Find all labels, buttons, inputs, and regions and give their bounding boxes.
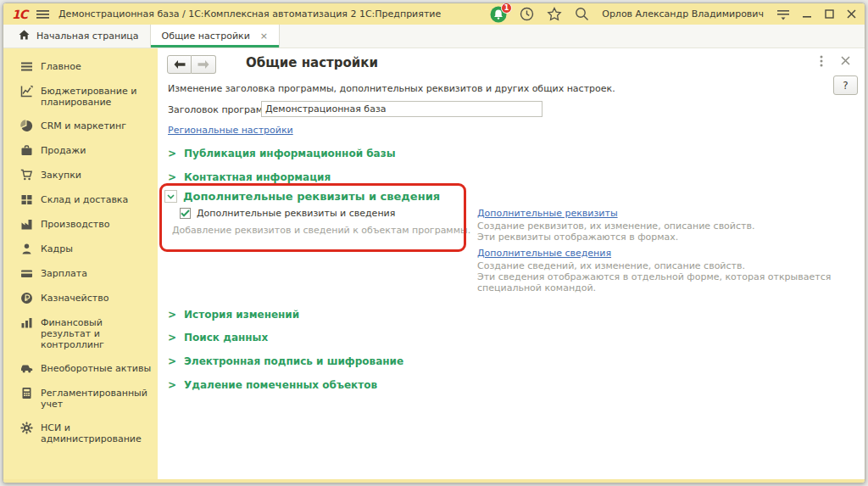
budget-chart-icon <box>20 85 33 98</box>
menu-icon <box>20 60 33 73</box>
user-name[interactable]: Орлов Александр Владимирович <box>602 8 764 20</box>
notifications-bell-icon[interactable]: 1 <box>490 6 507 23</box>
sidebar-item-label: Зарплата <box>41 267 87 279</box>
sidebar-item-nsi-admin[interactable]: НСИ и администрирование <box>3 416 158 450</box>
chevron-right-icon: > <box>168 148 176 159</box>
sidebar-item-label: Бюджетирование и планирование <box>41 85 153 108</box>
history-clock-icon[interactable] <box>520 7 534 21</box>
sidebar-item-warehouse[interactable]: Склад и доставка <box>3 187 158 212</box>
tab-general-settings[interactable]: Общие настройки × <box>151 25 280 47</box>
vehicle-icon <box>20 362 33 375</box>
additional-info-link[interactable]: Дополнительные сведения <box>477 248 611 259</box>
section-data-search[interactable]: > Поиск данных <box>168 332 268 344</box>
sidebar-item-label: Регламентированный учет <box>41 387 153 410</box>
factory-icon <box>20 218 33 231</box>
sidebar-item-label: Финансовый результат и контроллинг <box>41 316 153 350</box>
tab-bar: Начальная страница Общие настройки × <box>3 25 865 48</box>
sidebar-item-treasury[interactable]: Казначейство <box>3 286 158 310</box>
search-icon[interactable] <box>575 7 589 21</box>
sidebar-item-production[interactable]: Производство <box>3 212 158 237</box>
checkbox-checked-icon[interactable] <box>180 208 191 219</box>
sidebar-item-salary[interactable]: Зарплата <box>3 261 158 286</box>
service-menu-icon[interactable] <box>776 8 790 20</box>
form-description: Изменение заголовка программы, дополните… <box>168 83 615 94</box>
sidebar-item-main[interactable]: Главное <box>3 54 158 79</box>
app-window: 1С Демонстрационная база / 1С:Комплексна… <box>3 3 865 483</box>
chevron-right-icon: > <box>168 355 176 367</box>
sidebar-item-sales[interactable]: Продажи <box>3 138 158 163</box>
back-button[interactable] <box>167 55 192 74</box>
general-settings-form: Общие настройки ? Изменение заголовка пр… <box>158 48 865 479</box>
sidebar-item-assets[interactable]: Внеоборотные активы <box>3 356 158 381</box>
sidebar-item-label: Производство <box>41 218 109 230</box>
additional-attributes-desc: Создание реквизитов, их изменение, описа… <box>477 221 754 243</box>
sections-sidebar: Главное Бюджетирование и планирование CR… <box>3 48 158 479</box>
gear-icon <box>20 422 33 434</box>
1c-logo-icon: 1С <box>12 8 27 21</box>
sidebar-item-finance[interactable]: Финансовый результат и контроллинг <box>3 310 158 356</box>
notification-badge: 1 <box>501 3 513 14</box>
bar-chart-icon <box>20 316 33 329</box>
tab-label: Общие настройки <box>162 31 250 42</box>
window-bottom-frame <box>3 479 865 483</box>
chevron-down-icon[interactable] <box>164 190 177 203</box>
chevron-right-icon: > <box>168 379 176 391</box>
section-infobase-publication[interactable]: > Публикация информационной базы <box>168 148 396 159</box>
sidebar-item-purchases[interactable]: Закупки <box>3 163 158 187</box>
sidebar-item-label: CRM и маркетинг <box>41 120 126 131</box>
section-change-history[interactable]: > История изменений <box>168 309 299 321</box>
forward-button[interactable] <box>192 55 216 74</box>
additional-attributes-link[interactable]: Дополнительные реквизиты <box>477 208 618 219</box>
sidebar-item-label: Склад и доставка <box>41 193 128 205</box>
page-title: Общие настройки <box>246 55 378 70</box>
pie-chart-icon <box>20 120 33 132</box>
home-icon <box>19 30 30 42</box>
chevron-right-icon: > <box>168 171 176 183</box>
favorites-star-icon[interactable] <box>547 7 562 21</box>
section-additional-attributes[interactable]: Дополнительные реквизиты и сведения <box>164 190 440 203</box>
help-button[interactable]: ? <box>833 75 858 95</box>
section-marked-objects-deletion[interactable]: > Удаление помеченных объектов <box>168 379 377 391</box>
main-menu-icon[interactable] <box>36 9 49 20</box>
sidebar-item-label: Закупки <box>41 169 81 181</box>
window-title: Демонстрационная база / 1С:Комплексная а… <box>58 8 441 20</box>
additional-info-desc: Создание сведений, их изменение, описани… <box>477 260 831 293</box>
sidebar-item-hr[interactable]: Кадры <box>3 237 158 261</box>
section-contact-info[interactable]: > Контактная информация <box>168 171 331 183</box>
sidebar-item-label: Внеоборотные активы <box>41 362 151 374</box>
sidebar-item-label: НСИ и администрирование <box>41 422 153 444</box>
minimize-icon[interactable] <box>803 9 812 19</box>
tab-label: Начальная страница <box>36 31 139 42</box>
nav-history-buttons <box>167 55 216 74</box>
person-icon <box>20 243 33 255</box>
sidebar-item-crm[interactable]: CRM и маркетинг <box>3 114 158 138</box>
pallet-grid-icon <box>20 193 33 206</box>
sidebar-item-label: Казначейство <box>41 292 108 304</box>
sidebar-item-label: Главное <box>41 60 81 72</box>
program-title-input[interactable] <box>261 101 542 117</box>
maximize-icon[interactable] <box>825 9 834 19</box>
sidebar-item-budgeting[interactable]: Бюджетирование и планирование <box>3 79 158 114</box>
close-form-icon[interactable] <box>841 56 850 68</box>
tab-home-page[interactable]: Начальная страница <box>8 25 151 47</box>
ledger-icon <box>20 387 33 399</box>
chevron-right-icon: > <box>168 332 176 344</box>
sidebar-item-label: Продажи <box>41 144 86 156</box>
chevron-right-icon: > <box>168 309 176 321</box>
ruble-coin-icon <box>20 292 33 304</box>
additional-attributes-hint: Добавление реквизитов и сведений к объек… <box>172 225 470 236</box>
tab-close-icon[interactable]: × <box>260 31 268 42</box>
cart-icon <box>20 169 33 182</box>
briefcase-icon <box>20 144 33 157</box>
bank-card-icon <box>20 267 33 280</box>
additional-attributes-checkbox-row[interactable]: Дополнительные реквизиты и сведения <box>180 208 395 219</box>
regional-settings-link[interactable]: Региональные настройки <box>168 125 293 136</box>
title-bar: 1С Демонстрационная база / 1С:Комплексна… <box>3 3 865 25</box>
sidebar-item-regulated[interactable]: Регламентированный учет <box>3 381 158 416</box>
more-actions-icon[interactable] <box>820 55 823 70</box>
close-icon[interactable] <box>847 9 856 19</box>
section-digital-signature[interactable]: > Электронная подпись и шифрование <box>168 355 403 367</box>
sidebar-item-label: Кадры <box>41 243 73 254</box>
